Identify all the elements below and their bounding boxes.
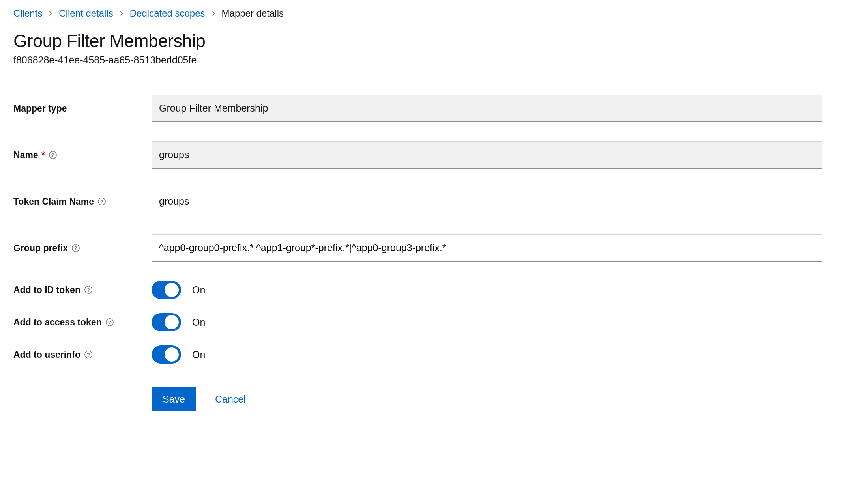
mapper-type-label: Mapper type bbox=[13, 103, 67, 114]
svg-text:?: ? bbox=[87, 287, 90, 293]
breadcrumb-link-clients[interactable]: Clients bbox=[13, 8, 42, 19]
token-claim-name-label: Token Claim Name bbox=[13, 196, 94, 207]
token-claim-name-field[interactable] bbox=[152, 188, 822, 215]
add-to-access-token-label: Add to access token bbox=[13, 317, 102, 328]
group-prefix-label: Group prefix bbox=[13, 243, 68, 254]
help-icon[interactable]: ? bbox=[84, 285, 93, 295]
add-to-access-token-toggle[interactable] bbox=[152, 313, 181, 331]
add-to-id-token-label: Add to ID token bbox=[13, 285, 80, 295]
help-icon[interactable]: ? bbox=[48, 150, 58, 160]
add-to-userinfo-label: Add to userinfo bbox=[13, 349, 80, 360]
breadcrumb: Clients Client details Dedicated scopes … bbox=[13, 8, 833, 19]
help-icon[interactable]: ? bbox=[71, 243, 80, 253]
add-to-userinfo-toggle[interactable] bbox=[152, 345, 181, 364]
breadcrumb-link-dedicated-scopes[interactable]: Dedicated scopes bbox=[130, 8, 205, 19]
chevron-right-icon bbox=[211, 11, 216, 16]
add-to-userinfo-state: On bbox=[192, 349, 205, 360]
breadcrumb-link-client-details[interactable]: Client details bbox=[59, 8, 113, 19]
mapper-type-field bbox=[152, 95, 822, 122]
help-icon[interactable]: ? bbox=[105, 317, 114, 327]
name-field bbox=[152, 141, 822, 169]
add-to-id-token-state: On bbox=[192, 284, 205, 296]
add-to-access-token-state: On bbox=[192, 317, 205, 328]
page-subtitle: f806828e-41ee-4585-aa65-8513bedd05fe bbox=[13, 54, 833, 66]
svg-text:?: ? bbox=[87, 352, 90, 358]
group-prefix-field[interactable] bbox=[152, 234, 822, 262]
help-icon[interactable]: ? bbox=[84, 350, 93, 359]
help-icon[interactable]: ? bbox=[97, 197, 107, 206]
name-label: Name bbox=[13, 150, 38, 161]
mapper-form: Mapper type Name * ? Token Claim Name bbox=[13, 80, 833, 411]
svg-text:?: ? bbox=[51, 152, 54, 158]
save-button[interactable]: Save bbox=[152, 387, 196, 411]
svg-text:?: ? bbox=[74, 245, 77, 251]
chevron-right-icon bbox=[119, 11, 124, 16]
svg-text:?: ? bbox=[108, 319, 111, 325]
add-to-id-token-toggle[interactable] bbox=[152, 281, 181, 299]
chevron-right-icon bbox=[48, 11, 53, 16]
required-asterisk: * bbox=[41, 150, 45, 161]
breadcrumb-current: Mapper details bbox=[222, 8, 284, 19]
cancel-button[interactable]: Cancel bbox=[215, 394, 246, 405]
svg-text:?: ? bbox=[100, 199, 103, 205]
page-title: Group Filter Membership bbox=[13, 31, 833, 51]
